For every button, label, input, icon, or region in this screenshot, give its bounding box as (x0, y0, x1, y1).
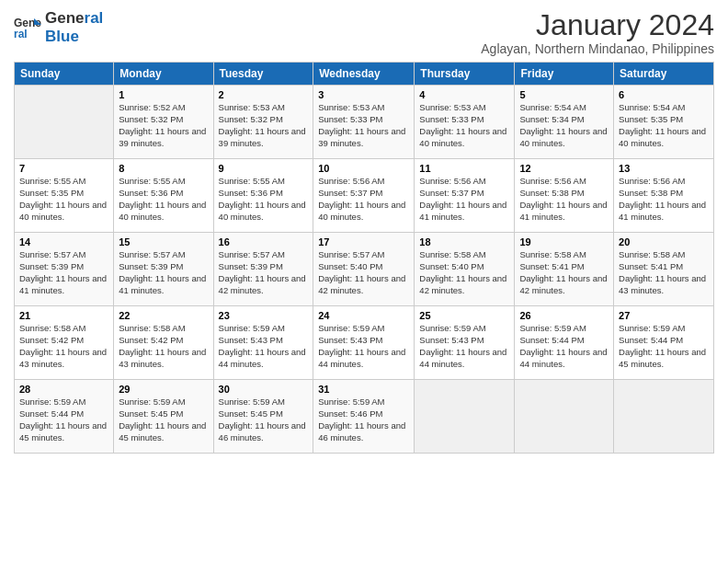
day-cell: 15 Sunrise: 5:57 AMSunset: 5:39 PMDaylig… (114, 233, 213, 306)
header-row: Sunday Monday Tuesday Wednesday Thursday… (15, 63, 714, 86)
day-number: 28 (19, 384, 108, 395)
day-cell: 18 Sunrise: 5:58 AMSunset: 5:40 PMDaylig… (415, 233, 515, 306)
week-row-2: 7 Sunrise: 5:55 AMSunset: 5:35 PMDayligh… (15, 159, 714, 233)
day-cell: 10 Sunrise: 5:56 AMSunset: 5:37 PMDaylig… (313, 159, 415, 233)
day-number: 7 (19, 163, 108, 174)
day-number: 1 (119, 89, 208, 100)
calendar-title: January 2024 (481, 9, 714, 41)
day-cell: 14 Sunrise: 5:57 AMSunset: 5:39 PMDaylig… (15, 233, 114, 306)
day-number: 6 (619, 89, 709, 100)
day-number: 8 (119, 163, 208, 174)
svg-text:ral: ral (14, 28, 28, 40)
day-cell: 26 Sunrise: 5:59 AMSunset: 5:44 PMDaylig… (515, 306, 614, 380)
col-thursday: Thursday (415, 63, 515, 86)
day-cell: 31 Sunrise: 5:59 AMSunset: 5:46 PMDaylig… (313, 380, 415, 454)
day-number: 17 (318, 236, 409, 247)
day-number: 25 (419, 310, 509, 321)
day-cell: 4 Sunrise: 5:53 AMSunset: 5:33 PMDayligh… (415, 86, 515, 159)
day-cell: 20 Sunrise: 5:58 AMSunset: 5:41 PMDaylig… (614, 233, 714, 306)
day-info: Sunrise: 5:57 AMSunset: 5:39 PMDaylight:… (19, 249, 108, 296)
day-cell: 22 Sunrise: 5:58 AMSunset: 5:42 PMDaylig… (114, 306, 213, 380)
day-cell: 1 Sunrise: 5:52 AMSunset: 5:32 PMDayligh… (114, 86, 213, 159)
day-info: Sunrise: 5:58 AMSunset: 5:41 PMDaylight:… (519, 249, 609, 296)
day-number: 5 (519, 89, 609, 100)
day-cell: 29 Sunrise: 5:59 AMSunset: 5:45 PMDaylig… (114, 380, 213, 454)
day-cell: 3 Sunrise: 5:53 AMSunset: 5:33 PMDayligh… (313, 86, 415, 159)
day-cell: 30 Sunrise: 5:59 AMSunset: 5:45 PMDaylig… (213, 380, 313, 454)
day-number: 31 (318, 384, 409, 395)
day-info: Sunrise: 5:56 AMSunset: 5:37 PMDaylight:… (318, 176, 409, 223)
day-cell (515, 380, 614, 454)
day-number: 27 (619, 310, 709, 321)
col-sunday: Sunday (15, 63, 114, 86)
week-row-4: 21 Sunrise: 5:58 AMSunset: 5:42 PMDaylig… (15, 306, 714, 380)
day-info: Sunrise: 5:53 AMSunset: 5:33 PMDaylight:… (318, 102, 409, 149)
day-info: Sunrise: 5:55 AMSunset: 5:35 PMDaylight:… (19, 176, 108, 223)
calendar-table: Sunday Monday Tuesday Wednesday Thursday… (14, 62, 714, 454)
day-number: 29 (119, 384, 208, 395)
day-number: 13 (619, 163, 709, 174)
day-cell: 25 Sunrise: 5:59 AMSunset: 5:43 PMDaylig… (415, 306, 515, 380)
day-cell (415, 380, 515, 454)
day-info: Sunrise: 5:59 AMSunset: 5:45 PMDaylight:… (119, 396, 208, 443)
day-cell: 12 Sunrise: 5:56 AMSunset: 5:38 PMDaylig… (515, 159, 614, 233)
day-info: Sunrise: 5:59 AMSunset: 5:43 PMDaylight:… (219, 323, 309, 370)
day-info: Sunrise: 5:59 AMSunset: 5:46 PMDaylight:… (318, 396, 409, 443)
col-wednesday: Wednesday (313, 63, 415, 86)
day-cell (15, 86, 114, 159)
day-number: 30 (219, 384, 309, 395)
day-info: Sunrise: 5:52 AMSunset: 5:32 PMDaylight:… (119, 102, 208, 149)
day-number: 11 (419, 163, 509, 174)
day-info: Sunrise: 5:54 AMSunset: 5:35 PMDaylight:… (619, 102, 709, 149)
day-cell: 6 Sunrise: 5:54 AMSunset: 5:35 PMDayligh… (614, 86, 714, 159)
day-number: 24 (318, 310, 409, 321)
week-row-5: 28 Sunrise: 5:59 AMSunset: 5:44 PMDaylig… (15, 380, 714, 454)
day-number: 15 (119, 236, 208, 247)
day-info: Sunrise: 5:58 AMSunset: 5:41 PMDaylight:… (619, 249, 709, 296)
header: Gene ral General Blue January 2024 Aglay… (14, 9, 714, 56)
day-info: Sunrise: 5:55 AMSunset: 5:36 PMDaylight:… (119, 176, 208, 223)
day-number: 10 (318, 163, 409, 174)
day-cell: 5 Sunrise: 5:54 AMSunset: 5:34 PMDayligh… (515, 86, 614, 159)
col-tuesday: Tuesday (213, 63, 313, 86)
day-number: 4 (419, 89, 509, 100)
day-info: Sunrise: 5:56 AMSunset: 5:37 PMDaylight:… (419, 176, 509, 223)
day-info: Sunrise: 5:59 AMSunset: 5:43 PMDaylight:… (318, 323, 409, 370)
day-number: 20 (619, 236, 709, 247)
day-info: Sunrise: 5:56 AMSunset: 5:38 PMDaylight:… (619, 176, 709, 223)
day-cell: 16 Sunrise: 5:57 AMSunset: 5:39 PMDaylig… (213, 233, 313, 306)
day-info: Sunrise: 5:56 AMSunset: 5:38 PMDaylight:… (519, 176, 609, 223)
day-number: 22 (119, 310, 208, 321)
day-number: 9 (219, 163, 309, 174)
day-info: Sunrise: 5:59 AMSunset: 5:45 PMDaylight:… (219, 396, 309, 443)
day-cell: 23 Sunrise: 5:59 AMSunset: 5:43 PMDaylig… (213, 306, 313, 380)
week-row-1: 1 Sunrise: 5:52 AMSunset: 5:32 PMDayligh… (15, 86, 714, 159)
day-number: 3 (318, 89, 409, 100)
day-info: Sunrise: 5:53 AMSunset: 5:33 PMDaylight:… (419, 102, 509, 149)
logo: Gene ral General Blue (14, 9, 103, 45)
day-number: 18 (419, 236, 509, 247)
day-cell: 28 Sunrise: 5:59 AMSunset: 5:44 PMDaylig… (15, 380, 114, 454)
day-info: Sunrise: 5:57 AMSunset: 5:39 PMDaylight:… (119, 249, 208, 296)
day-cell: 19 Sunrise: 5:58 AMSunset: 5:41 PMDaylig… (515, 233, 614, 306)
col-friday: Friday (515, 63, 614, 86)
day-info: Sunrise: 5:59 AMSunset: 5:44 PMDaylight:… (19, 396, 108, 443)
day-info: Sunrise: 5:59 AMSunset: 5:44 PMDaylight:… (519, 323, 609, 370)
day-info: Sunrise: 5:53 AMSunset: 5:32 PMDaylight:… (219, 102, 309, 149)
col-monday: Monday (114, 63, 213, 86)
day-number: 21 (19, 310, 108, 321)
day-info: Sunrise: 5:58 AMSunset: 5:40 PMDaylight:… (419, 249, 509, 296)
week-row-3: 14 Sunrise: 5:57 AMSunset: 5:39 PMDaylig… (15, 233, 714, 306)
day-cell: 27 Sunrise: 5:59 AMSunset: 5:44 PMDaylig… (614, 306, 714, 380)
day-cell: 21 Sunrise: 5:58 AMSunset: 5:42 PMDaylig… (15, 306, 114, 380)
day-info: Sunrise: 5:57 AMSunset: 5:40 PMDaylight:… (318, 249, 409, 296)
day-number: 26 (519, 310, 609, 321)
title-area: January 2024 Aglayan, Northern Mindanao,… (481, 9, 714, 56)
day-info: Sunrise: 5:57 AMSunset: 5:39 PMDaylight:… (219, 249, 309, 296)
day-cell: 8 Sunrise: 5:55 AMSunset: 5:36 PMDayligh… (114, 159, 213, 233)
col-saturday: Saturday (614, 63, 714, 86)
day-info: Sunrise: 5:59 AMSunset: 5:44 PMDaylight:… (619, 323, 709, 370)
day-cell: 11 Sunrise: 5:56 AMSunset: 5:37 PMDaylig… (415, 159, 515, 233)
day-info: Sunrise: 5:58 AMSunset: 5:42 PMDaylight:… (119, 323, 208, 370)
day-number: 23 (219, 310, 309, 321)
